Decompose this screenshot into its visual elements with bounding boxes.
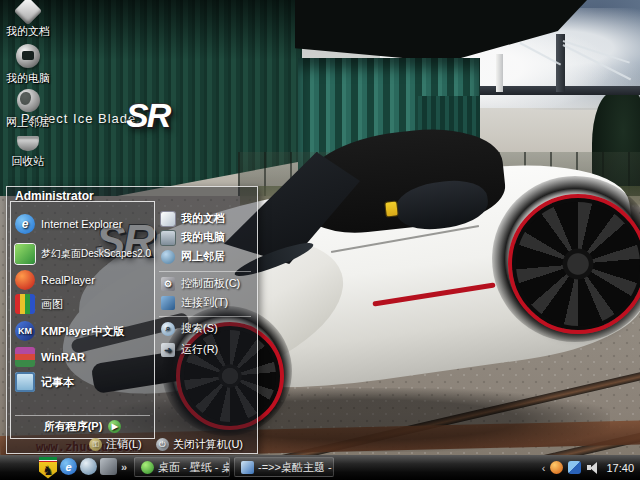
control-panel-icon: ⚙ [161, 277, 175, 291]
wallpaper-bridge-deck [468, 86, 640, 95]
paint-icon [15, 294, 35, 314]
start-menu-item-paint[interactable]: 画图 [15, 294, 149, 314]
start-menu-item-label: KMPlayer中文版 [41, 324, 124, 339]
start-menu: Administrator e Internet Explorer 梦幻桌面De… [6, 186, 258, 454]
winrar-icon [15, 347, 35, 367]
internet-explorer-icon: e [15, 214, 35, 234]
start-menu-item-label: WinRAR [41, 351, 85, 363]
notepad-icon [15, 372, 35, 392]
start-menu-item-label: 控制面板(C) [181, 276, 240, 291]
start-menu-item-connect-to[interactable]: 连接到(T) [161, 295, 228, 310]
log-off-icon: ⚿ [89, 438, 102, 451]
all-programs-button[interactable]: 所有程序(P) ▶ [15, 415, 150, 436]
all-programs-arrow-icon: ▶ [108, 420, 121, 433]
start-menu-right-panel: 我的文档 我的电脑 网上邻居 ⚙ 控制面板(C) 连接到(T) ⌕ [157, 201, 255, 437]
desktop-screen: Project Ice Blade. SR SR www.zhuoku.com … [0, 0, 640, 480]
desktop-icon-label: 回收站 [2, 154, 54, 169]
internet-explorer-page-icon [241, 461, 254, 474]
taskbar: ♞ e » 桌面 - 壁纸 - 桌酷... -=>>桌酷主题 - Mi... ‹… [0, 455, 640, 480]
start-menu-item-kmplayer[interactable]: KM KMPlayer中文版 [15, 321, 149, 341]
quicklaunch-show-desktop[interactable] [80, 458, 97, 475]
start-menu-left-panel: e Internet Explorer 梦幻桌面DeskScapes2.0 Re… [10, 201, 155, 439]
my-documents-icon [161, 212, 175, 226]
start-menu-item-label: RealPlayer [41, 274, 95, 286]
deskscapes-icon [15, 244, 35, 264]
start-menu-item-my-computer[interactable]: 我的电脑 [161, 230, 225, 245]
taskbar-window-title: -=>>桌酷主题 - Mi... [258, 460, 334, 475]
taskbar-window-theme[interactable]: -=>>桌酷主题 - Mi... [234, 457, 334, 477]
taskbar-window-title: 桌面 - 壁纸 - 桌酷... [158, 460, 230, 475]
quicklaunch-overflow-chevron[interactable]: » [119, 460, 129, 474]
start-menu-item-label: 网上邻居 [181, 249, 225, 264]
start-menu-item-label: 搜索(S) [181, 321, 218, 336]
volume-icon[interactable] [586, 461, 599, 474]
start-menu-item-label: 我的电脑 [181, 230, 225, 245]
ferrari-badge-icon [385, 201, 397, 216]
start-menu-item-label: Internet Explorer [41, 219, 141, 230]
start-menu-item-internet-explorer[interactable]: e Internet Explorer [15, 214, 149, 234]
green-app-icon [141, 461, 154, 474]
start-menu-item-run[interactable]: ➜ 运行(R) [161, 342, 218, 357]
car-rear-wheel [508, 194, 640, 334]
my-computer-icon [161, 231, 175, 245]
tray-clock[interactable]: 17:40 [606, 462, 634, 474]
log-off-label: 注销(L) [106, 437, 141, 452]
start-menu-item-label: 画图 [41, 297, 63, 312]
log-off-button[interactable]: ⚿ 注销(L) [89, 437, 141, 452]
my-computer-icon [16, 44, 40, 68]
sr-logo: SR [126, 96, 169, 135]
desktop-icon-network-places[interactable]: 网上邻居 [2, 89, 54, 130]
tray-messenger-icon[interactable] [568, 461, 581, 474]
desktop-icon-my-computer[interactable]: 我的电脑 [2, 44, 54, 86]
start-menu-item-my-documents[interactable]: 我的文档 [161, 211, 225, 226]
start-menu-item-control-panel[interactable]: ⚙ 控制面板(C) [161, 276, 240, 291]
all-programs-label: 所有程序(P) [44, 419, 103, 434]
desktop-icon-label: 我的文档 [2, 24, 54, 39]
ferrari-shield-icon: ♞ [39, 457, 57, 479]
start-menu-item-label: 梦幻桌面DeskScapes2.0 [41, 247, 151, 261]
start-menu-separator [159, 271, 251, 272]
my-documents-icon [14, 0, 42, 25]
desktop-icon-label: 我的电脑 [2, 71, 54, 86]
start-menu-item-realplayer[interactable]: RealPlayer [15, 270, 149, 290]
tray-orange-app-icon[interactable] [550, 461, 563, 474]
run-icon: ➜ [161, 343, 175, 357]
tray-collapse-chevron[interactable]: ‹ [542, 462, 546, 474]
start-menu-item-deskscapes[interactable]: 梦幻桌面DeskScapes2.0 [15, 244, 149, 264]
quicklaunch-internet-explorer[interactable]: e [60, 458, 77, 475]
start-menu-item-notepad[interactable]: 记事本 [15, 372, 149, 392]
start-menu-item-search[interactable]: ⌕ 搜索(S) [161, 321, 218, 336]
shut-down-label: 关闭计算机(U) [173, 437, 243, 452]
desktop-icon-my-documents[interactable]: 我的文档 [2, 1, 54, 39]
system-tray: ‹ 17:40 [542, 455, 638, 480]
start-menu-item-label: 连接到(T) [181, 295, 228, 310]
shut-down-button[interactable]: ⏻ 关闭计算机(U) [156, 437, 243, 452]
power-icon: ⏻ [156, 438, 169, 451]
network-places-icon [17, 89, 40, 112]
realplayer-icon [15, 270, 35, 290]
wallpaper-pylon [496, 54, 503, 92]
recycle-bin-icon [17, 136, 39, 151]
start-menu-item-label: 运行(R) [181, 342, 218, 357]
search-icon: ⌕ [161, 322, 175, 336]
start-menu-item-network-places[interactable]: 网上邻居 [161, 249, 225, 264]
start-button[interactable]: ♞ [36, 456, 60, 479]
desktop-icon-recycle-bin[interactable]: 回收站 [2, 136, 54, 169]
network-places-icon [161, 250, 175, 264]
start-menu-separator [159, 316, 251, 317]
taskbar-window-wallpaper[interactable]: 桌面 - 壁纸 - 桌酷... [134, 457, 230, 477]
start-menu-bottom-bar: ⚿ 注销(L) ⏻ 关闭计算机(U) [7, 436, 257, 453]
quicklaunch-media-player[interactable] [100, 458, 117, 475]
start-menu-item-label: 记事本 [41, 375, 74, 390]
start-menu-item-winrar[interactable]: WinRAR [15, 347, 149, 367]
connect-to-icon [161, 296, 175, 310]
start-menu-item-label: 我的文档 [181, 211, 225, 226]
desktop-icon-label: 网上邻居 [2, 115, 54, 130]
kmplayer-icon: KM [15, 321, 35, 341]
